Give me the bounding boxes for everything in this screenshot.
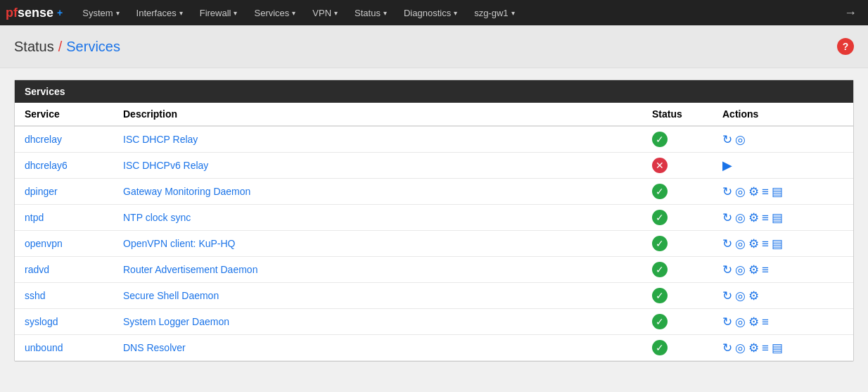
col-header-status: Status <box>642 103 713 126</box>
service-name[interactable]: unbound <box>15 335 113 361</box>
breadcrumb-status: Status <box>14 39 54 55</box>
log-button[interactable]: ≡ <box>762 212 769 224</box>
navbar: pfsense + System ▾ Interfaces ▾ Firewall… <box>0 0 868 25</box>
log2-button[interactable]: ▤ <box>772 342 783 354</box>
nav-item-vpn[interactable]: VPN ▾ <box>304 0 346 25</box>
actions-group: ↻◎⚙≡▤ <box>722 342 843 354</box>
breadcrumb-bar: Status / Services ? <box>0 25 868 68</box>
service-actions: ↻◎⚙≡▤ <box>713 231 853 257</box>
status-badge: ✓ <box>652 184 668 199</box>
nav-item-diagnostics[interactable]: Diagnostics ▾ <box>395 0 466 25</box>
restart-button[interactable]: ↻ <box>722 290 732 302</box>
brand-logo: pfsense + <box>6 6 63 20</box>
nav-menu: System ▾ Interfaces ▾ Firewall ▾ Service… <box>74 0 838 25</box>
services-table: Service Description Status Actions dhcre… <box>15 103 853 361</box>
restart-button[interactable]: ↻ <box>722 316 732 328</box>
log2-button[interactable]: ▤ <box>772 212 783 224</box>
service-status: ✓ <box>642 257 713 283</box>
status-badge: ✓ <box>652 132 668 147</box>
restart-button[interactable]: ↻ <box>722 134 732 146</box>
stop-button[interactable]: ◎ <box>735 238 746 250</box>
log-button[interactable]: ≡ <box>762 264 769 276</box>
help-button[interactable]: ? <box>837 38 854 55</box>
stop-button[interactable]: ◎ <box>735 264 746 276</box>
status-badge: ✓ <box>652 288 668 303</box>
settings-button[interactable]: ⚙ <box>748 342 759 354</box>
service-name[interactable]: syslogd <box>15 309 113 335</box>
breadcrumb: Status / Services <box>14 39 120 55</box>
logout-button[interactable]: → <box>838 6 862 20</box>
restart-button[interactable]: ↻ <box>722 342 732 354</box>
col-header-service: Service <box>15 103 113 126</box>
service-status: ✓ <box>642 205 713 231</box>
stop-button[interactable]: ◎ <box>735 186 746 198</box>
settings-button[interactable]: ⚙ <box>748 186 759 198</box>
status-badge: ✓ <box>652 340 668 355</box>
actions-group: ↻◎⚙≡▤ <box>722 212 843 224</box>
table-row: syslogdSystem Logger Daemon✓↻◎⚙≡ <box>15 309 853 335</box>
service-description: Secure Shell Daemon <box>113 283 642 309</box>
settings-button[interactable]: ⚙ <box>748 238 759 250</box>
settings-button[interactable]: ⚙ <box>748 264 759 276</box>
log-button[interactable]: ≡ <box>762 316 769 328</box>
breadcrumb-separator: / <box>58 39 63 55</box>
status-badge: ✓ <box>652 314 668 329</box>
service-name[interactable]: dhcrelay <box>15 126 113 153</box>
service-actions: ↻◎ <box>713 126 853 153</box>
table-row: dhcrelay6ISC DHCPv6 Relay✕▶ <box>15 153 853 179</box>
nav-item-status[interactable]: Status ▾ <box>346 0 395 25</box>
restart-button[interactable]: ↻ <box>722 238 732 250</box>
service-actions: ▶ <box>713 153 853 179</box>
nav-item-system[interactable]: System ▾ <box>74 0 127 25</box>
breadcrumb-current[interactable]: Services <box>66 39 120 55</box>
table-row: dhcrelayISC DHCP Relay✓↻◎ <box>15 126 853 153</box>
log-button[interactable]: ≡ <box>762 342 769 354</box>
services-card: Services Service Description Status Acti… <box>14 80 854 362</box>
log-button[interactable]: ≡ <box>762 238 769 250</box>
service-description: ISC DHCPv6 Relay <box>113 153 642 179</box>
table-row: sshdSecure Shell Daemon✓↻◎⚙ <box>15 283 853 309</box>
table-row: dpingerGateway Monitoring Daemon✓↻◎⚙≡▤ <box>15 179 853 205</box>
nav-item-interfaces[interactable]: Interfaces ▾ <box>128 0 191 25</box>
col-header-description: Description <box>113 103 642 126</box>
service-name[interactable]: dhcrelay6 <box>15 153 113 179</box>
service-name[interactable]: dpinger <box>15 179 113 205</box>
log2-button[interactable]: ▤ <box>772 186 783 198</box>
service-status: ✓ <box>642 283 713 309</box>
stop-button[interactable]: ◎ <box>735 316 746 328</box>
service-description: ISC DHCP Relay <box>113 126 642 153</box>
log2-button[interactable]: ▤ <box>772 238 783 250</box>
nav-item-firewall[interactable]: Firewall ▾ <box>191 0 246 25</box>
service-actions: ↻◎⚙≡ <box>713 257 853 283</box>
service-name[interactable]: ntpd <box>15 205 113 231</box>
stop-button[interactable]: ◎ <box>735 212 746 224</box>
service-status: ✓ <box>642 179 713 205</box>
service-name[interactable]: radvd <box>15 257 113 283</box>
actions-group: ↻◎⚙≡ <box>722 264 843 276</box>
table-row: unboundDNS Resolver✓↻◎⚙≡▤ <box>15 335 853 361</box>
restart-button[interactable]: ↻ <box>722 212 732 224</box>
service-description: DNS Resolver <box>113 335 642 361</box>
service-description: Gateway Monitoring Daemon <box>113 179 642 205</box>
stop-button[interactable]: ◎ <box>735 290 746 302</box>
service-status: ✓ <box>642 231 713 257</box>
service-description: System Logger Daemon <box>113 309 642 335</box>
nav-item-services[interactable]: Services ▾ <box>245 0 304 25</box>
service-name[interactable]: sshd <box>15 283 113 309</box>
restart-button[interactable]: ↻ <box>722 264 732 276</box>
actions-group: ▶ <box>722 158 843 173</box>
service-name[interactable]: openvpn <box>15 231 113 257</box>
table-row: ntpdNTP clock sync✓↻◎⚙≡▤ <box>15 205 853 231</box>
restart-button[interactable]: ↻ <box>722 186 732 198</box>
start-button[interactable]: ▶ <box>722 158 732 173</box>
service-actions: ↻◎⚙≡ <box>713 309 853 335</box>
settings-button[interactable]: ⚙ <box>748 290 759 302</box>
actions-group: ↻◎⚙≡▤ <box>722 186 843 198</box>
log-button[interactable]: ≡ <box>762 186 769 198</box>
stop-button[interactable]: ◎ <box>735 342 746 354</box>
nav-item-hostname[interactable]: szg-gw1 ▾ <box>466 0 523 25</box>
stop-button[interactable]: ◎ <box>735 134 746 146</box>
settings-button[interactable]: ⚙ <box>748 212 759 224</box>
service-status: ✕ <box>642 153 713 179</box>
settings-button[interactable]: ⚙ <box>748 316 759 328</box>
